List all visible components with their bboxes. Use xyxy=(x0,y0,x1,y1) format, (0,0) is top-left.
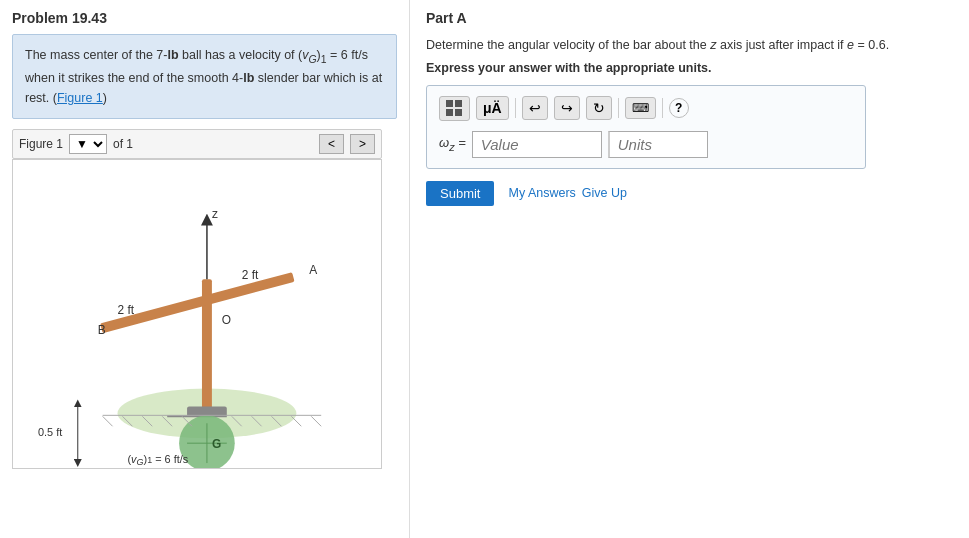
figure-select[interactable]: ▼ xyxy=(69,134,107,154)
left-panel: Problem 19.43 The mass center of the 7-l… xyxy=(0,0,410,538)
toolbar-separator xyxy=(515,98,516,118)
give-up-link[interactable]: Give Up xyxy=(582,186,627,200)
a-label: A xyxy=(309,263,317,277)
next-button[interactable]: > xyxy=(350,134,375,154)
submit-row: Submit My Answers Give Up xyxy=(426,181,953,206)
mu-button[interactable]: μÄ xyxy=(476,96,509,120)
half-ft-label: 0.5 ft xyxy=(38,426,62,438)
svg-line-20 xyxy=(311,417,321,427)
figure-controls: Figure 1 ▼ of 1 < > xyxy=(12,129,382,159)
figure-link[interactable]: Figure 1 xyxy=(57,91,103,105)
redo-button[interactable]: ↪ xyxy=(554,96,580,120)
units-input[interactable] xyxy=(608,131,708,158)
problem-title: Problem 19.43 xyxy=(12,10,397,26)
svg-line-11 xyxy=(103,417,113,427)
my-answers-link[interactable]: My Answers xyxy=(508,186,575,200)
answer-box: μÄ ↩ ↪ ↻ ⌨ ? xyxy=(426,85,866,169)
toolbar-separator2 xyxy=(618,98,619,118)
figure-of: of 1 xyxy=(113,137,133,151)
svg-line-19 xyxy=(291,417,301,427)
z-label: z xyxy=(212,207,218,221)
two-ft-label: 2 ft xyxy=(242,268,259,282)
figure-area: z A 2 ft 2 ft B O G xyxy=(12,159,382,469)
help-button[interactable]: ? xyxy=(669,98,689,118)
redo-icon: ↪ xyxy=(561,100,573,116)
toolbar-separator3 xyxy=(662,98,663,118)
g-label: G xyxy=(212,437,221,451)
grid-icon xyxy=(446,100,463,117)
part-instruction: Express your answer with the appropriate… xyxy=(426,61,953,75)
keyboard-button[interactable]: ⌨ xyxy=(625,97,656,119)
o-label: O xyxy=(222,313,231,327)
b-label: B xyxy=(98,323,106,337)
two-ft-label2: 2 ft xyxy=(118,303,135,317)
submit-button[interactable]: Submit xyxy=(426,181,494,206)
undo-button[interactable]: ↩ xyxy=(522,96,548,120)
input-row: ωz = xyxy=(439,131,853,158)
grid-button[interactable] xyxy=(439,96,470,121)
velocity-label: (vG)1 = 6 ft/s xyxy=(127,453,188,467)
keyboard-icon: ⌨ xyxy=(632,101,649,115)
omega-label: ωz = xyxy=(439,135,466,153)
mu-label: μÄ xyxy=(483,100,502,116)
figure-label: Figure 1 xyxy=(19,137,63,151)
right-panel: Part A Determine the angular velocity of… xyxy=(410,0,969,538)
figure-svg: z A 2 ft 2 ft B O G xyxy=(13,160,381,468)
value-input[interactable] xyxy=(472,131,602,158)
undo-icon: ↩ xyxy=(529,100,541,116)
toolbar: μÄ ↩ ↪ ↻ ⌨ ? xyxy=(439,96,853,121)
refresh-button[interactable]: ↻ xyxy=(586,96,612,120)
answer-links: My Answers Give Up xyxy=(508,186,627,200)
part-question: Determine the angular velocity of the ba… xyxy=(426,36,953,55)
part-title: Part A xyxy=(426,10,953,26)
problem-description: The mass center of the 7-lb ball has a v… xyxy=(12,34,397,119)
prev-button[interactable]: < xyxy=(319,134,344,154)
refresh-icon: ↻ xyxy=(593,100,605,116)
